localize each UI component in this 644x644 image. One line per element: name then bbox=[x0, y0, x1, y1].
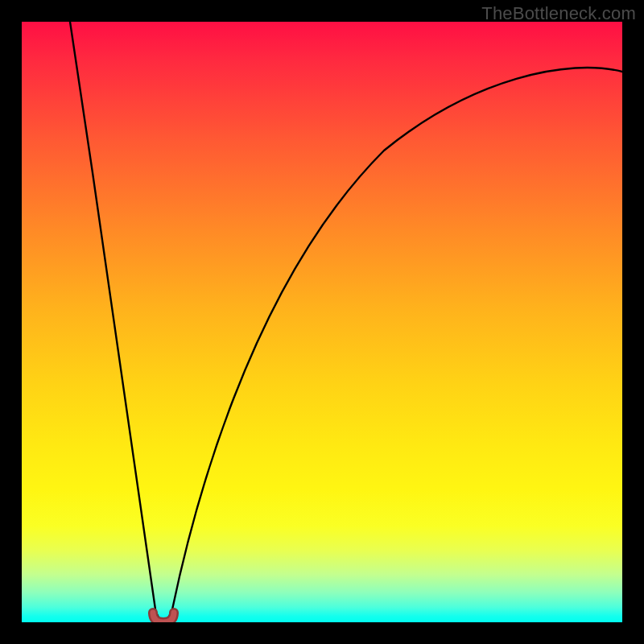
curve-svg bbox=[22, 22, 622, 622]
bottleneck-curve bbox=[70, 22, 622, 621]
minimum-marker bbox=[153, 613, 174, 622]
watermark-text: TheBottleneck.com bbox=[481, 3, 636, 24]
gradient-plot-area bbox=[22, 22, 622, 622]
